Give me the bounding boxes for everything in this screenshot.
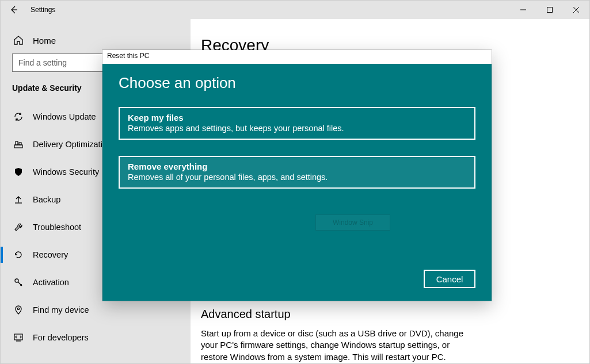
recovery-icon xyxy=(12,250,25,260)
sidebar-item-label: Delivery Optimization xyxy=(33,140,112,149)
sidebar-item-label: Windows Security xyxy=(33,167,99,177)
titlebar: Settings xyxy=(1,1,589,19)
developer-icon xyxy=(12,332,25,343)
sidebar-item-label: For developers xyxy=(33,333,89,342)
sidebar-item-label: Backup xyxy=(33,195,60,204)
option-desc: Removes all of your personal files, apps… xyxy=(128,173,466,182)
svg-rect-6 xyxy=(16,141,18,145)
back-button[interactable] xyxy=(1,1,27,19)
option-title: Remove everything xyxy=(128,162,466,171)
svg-rect-5 xyxy=(14,145,22,148)
backup-icon xyxy=(12,194,25,205)
key-icon xyxy=(12,277,25,288)
sidebar-item-label: Activation xyxy=(33,278,69,287)
option-desc: Removes apps and settings, but keeps you… xyxy=(128,124,466,133)
sync-icon xyxy=(12,112,25,122)
dialog-title: Reset this PC xyxy=(102,50,492,64)
reset-pc-dialog: Reset this PC Choose an option Keep my f… xyxy=(102,50,492,301)
advanced-startup-body: Start up from a device or disc (such as … xyxy=(201,328,466,363)
svg-rect-2 xyxy=(547,7,553,13)
shield-icon xyxy=(12,167,25,177)
close-button[interactable] xyxy=(563,1,589,19)
option-keep-my-files[interactable]: Keep my files Removes apps and settings,… xyxy=(119,107,475,140)
minimize-button[interactable] xyxy=(510,1,536,19)
delivery-icon xyxy=(12,139,25,150)
svg-point-10 xyxy=(17,308,19,309)
home-icon xyxy=(12,35,25,45)
app-title: Settings xyxy=(31,6,55,14)
sidebar-item-label: Windows Update xyxy=(33,112,96,121)
close-icon xyxy=(573,7,579,13)
wrench-icon xyxy=(12,222,25,232)
maximize-icon xyxy=(547,7,553,13)
svg-rect-7 xyxy=(19,143,21,145)
window-snip-ghost: Window Snip xyxy=(315,214,390,231)
arrow-left-icon xyxy=(9,5,18,14)
maximize-button[interactable] xyxy=(536,1,563,19)
minimize-icon xyxy=(520,7,526,13)
home-label: Home xyxy=(33,36,56,45)
sidebar-item-label: Troubleshoot xyxy=(33,223,81,232)
advanced-startup-heading: Advanced startup xyxy=(201,308,566,321)
sidebar-item-label: Find my device xyxy=(33,305,89,315)
option-title: Keep my files xyxy=(128,113,466,122)
cancel-button[interactable]: Cancel xyxy=(424,270,475,288)
dialog-heading: Choose an option xyxy=(119,74,475,92)
location-icon xyxy=(12,305,25,315)
sidebar-item-for-developers[interactable]: For developers xyxy=(1,324,191,351)
sidebar-item-label: Recovery xyxy=(33,250,68,259)
option-remove-everything[interactable]: Remove everything Removes all of your pe… xyxy=(119,156,475,189)
advanced-startup-section: Advanced startup Start up from a device … xyxy=(201,308,566,363)
